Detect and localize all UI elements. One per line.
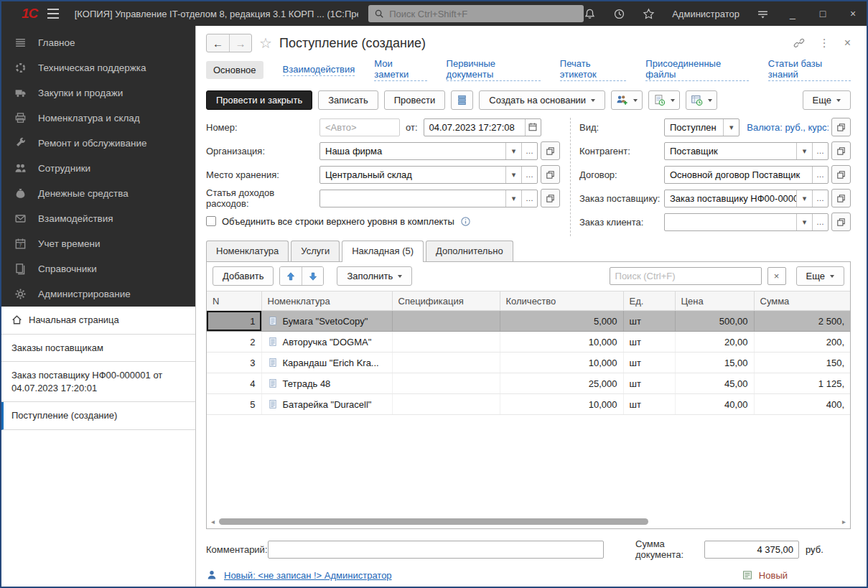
window-item-home[interactable]: Начальная страница: [1, 307, 195, 335]
col-sum[interactable]: Сумма: [754, 291, 850, 311]
tab-label-printing[interactable]: Печать этикеток: [560, 58, 627, 81]
favorites-star-icon[interactable]: [643, 8, 655, 20]
open-client-order-button[interactable]: [831, 213, 851, 231]
open-income-expense-button[interactable]: [541, 189, 560, 207]
tab-main[interactable]: Основное: [206, 61, 263, 79]
table-row[interactable]: 4 Тетрадь 48 25,000 шт 45,00 1 125,: [207, 373, 850, 394]
tab-nomenclature[interactable]: Номенклатура: [206, 241, 289, 261]
scroll-right-icon[interactable]: ▸: [839, 516, 849, 527]
horizontal-scrollbar[interactable]: ◂ ▸: [208, 516, 849, 527]
clear-search-button[interactable]: ×: [767, 267, 786, 285]
date-field[interactable]: [424, 118, 541, 136]
main-menu-icon[interactable]: [47, 9, 58, 19]
supplier-order-field[interactable]: Заказ поставщику НФ00-000001 о ▾ …: [664, 190, 829, 207]
notifications-bell-icon[interactable]: [584, 8, 596, 20]
col-nomenclature[interactable]: Номенклатура: [261, 291, 392, 311]
dropdown-icon[interactable]: ▾: [796, 214, 812, 230]
dropdown-icon[interactable]: ▾: [505, 190, 521, 207]
sidebar-item-nomenclature-warehouse[interactable]: Номенклатура и склад: [1, 106, 195, 131]
dropdown-icon[interactable]: ▾: [796, 143, 812, 159]
kind-field[interactable]: Поступлен ▾: [664, 118, 739, 136]
move-row-down-button[interactable]: [302, 267, 323, 285]
choose-icon[interactable]: …: [812, 214, 828, 230]
choose-icon[interactable]: …: [521, 167, 537, 183]
document-state-link[interactable]: Новый: <не записан !> Администратор: [224, 570, 392, 581]
storage-field[interactable]: Центральный склад ▾ …: [319, 166, 538, 184]
col-quantity[interactable]: Количество: [500, 291, 623, 311]
window-item-supplier-order-doc[interactable]: Заказ поставщику НФ00-000001 от 04.07.20…: [1, 362, 195, 402]
window-item-supplier-orders[interactable]: Заказы поставщикам: [1, 335, 195, 363]
table-more-button[interactable]: Еще: [796, 266, 844, 286]
choose-icon[interactable]: …: [521, 190, 537, 207]
number-field[interactable]: [319, 118, 400, 136]
add-row-button[interactable]: Добавить: [213, 266, 274, 286]
more-commands-icon[interactable]: ⋮: [819, 37, 830, 50]
tab-interactions[interactable]: Взаимодействия: [283, 64, 355, 76]
contract-field[interactable]: Основной договор Поставщик …: [664, 166, 829, 184]
sidebar-item-time-tracking[interactable]: Учет времени: [1, 231, 195, 256]
save-button[interactable]: Записать: [318, 90, 378, 110]
document-total-field[interactable]: 4 375,00: [704, 541, 799, 559]
post-and-close-button[interactable]: Провести и закрыть: [206, 90, 312, 110]
col-specification[interactable]: Спецификация: [392, 291, 500, 311]
open-contractor-button[interactable]: [831, 141, 851, 160]
open-organization-button[interactable]: [541, 141, 560, 160]
open-contract-button[interactable]: [831, 165, 851, 184]
sidebar-item-repair-service[interactable]: Ремонт и обслуживание: [1, 131, 195, 156]
related-events-button[interactable]: [686, 90, 717, 110]
open-supplier-order-button[interactable]: [831, 189, 851, 207]
global-search-input[interactable]: Поиск Ctrl+Shift+F: [368, 5, 584, 22]
dropdown-icon[interactable]: ▾: [505, 167, 521, 183]
organization-field[interactable]: Наша фирма ▾ …: [319, 142, 538, 160]
calendar-picker-icon[interactable]: [525, 119, 541, 136]
choose-icon[interactable]: …: [812, 190, 828, 207]
table-row[interactable]: 2 Авторучка "DOGMA" 10,000 шт 20,00 200,: [207, 332, 850, 353]
sidebar-item-purchases-sales[interactable]: Закупки и продажи: [1, 80, 195, 106]
currency-link[interactable]: Валюта: руб., курс:...: [747, 122, 829, 133]
sidebar-item-administration[interactable]: Администрирование: [1, 281, 195, 307]
get-link-icon[interactable]: [793, 37, 805, 49]
tab-services[interactable]: Услуги: [291, 241, 340, 261]
window-item-receipt-new[interactable]: Поступление (создание): [1, 402, 195, 430]
open-currency-button[interactable]: [831, 118, 851, 136]
tab-primary-documents[interactable]: Первичные документы: [447, 58, 541, 81]
income-expense-field[interactable]: ▾ …: [319, 190, 538, 207]
sidebar-item-interactions[interactable]: Взаимодействия: [1, 206, 195, 231]
col-n[interactable]: N: [207, 291, 261, 311]
create-based-on-button[interactable]: Создать на основании: [479, 90, 605, 110]
tab-knowledge-base[interactable]: Статьи базы знаний: [768, 58, 851, 81]
sidebar-item-main[interactable]: Главное: [1, 30, 195, 55]
col-unit[interactable]: Ед.: [623, 291, 675, 311]
current-user[interactable]: Администратор: [672, 9, 739, 19]
show-registers-button[interactable]: [451, 90, 473, 110]
post-button[interactable]: Провести: [384, 90, 446, 110]
table-row[interactable]: 3 Карандаш "Erich Kra... 10,000 шт 15,00…: [207, 353, 850, 373]
move-row-up-button[interactable]: [280, 267, 302, 285]
back-button[interactable]: ←: [207, 34, 229, 52]
service-menu-icon[interactable]: [757, 8, 769, 20]
tab-invoice[interactable]: Накладная (5): [342, 241, 424, 262]
sidebar-item-directories[interactable]: Справочники: [1, 256, 195, 281]
maximize-button[interactable]: □: [816, 8, 829, 19]
tab-my-notes[interactable]: Мои заметки: [374, 58, 426, 81]
scrollbar-thumb[interactable]: [219, 518, 648, 525]
choose-icon[interactable]: …: [812, 143, 828, 159]
sidebar-item-money[interactable]: Денежные средства: [1, 181, 195, 206]
tab-additional[interactable]: Дополнительно: [426, 241, 513, 261]
table-row[interactable]: 1 Бумага "SvetoCopy" 5,000 шт 500,00 2 5…: [207, 311, 850, 332]
scrollbar-track[interactable]: [218, 517, 839, 526]
create-reminder-button[interactable]: [648, 90, 680, 110]
fill-button[interactable]: Заполнить: [337, 266, 412, 286]
table-search-field[interactable]: [610, 267, 762, 285]
contractor-field[interactable]: Поставщик ▾ …: [664, 142, 829, 160]
info-icon[interactable]: [460, 216, 471, 227]
open-storage-button[interactable]: [541, 165, 560, 184]
tab-attached-files[interactable]: Присоединенные файлы: [645, 58, 748, 81]
create-interaction-button[interactable]: [611, 90, 643, 110]
dropdown-icon[interactable]: ▾: [505, 143, 521, 159]
col-price[interactable]: Цена: [675, 291, 754, 311]
merge-rows-checkbox[interactable]: [206, 216, 216, 226]
history-icon[interactable]: [613, 8, 625, 20]
forward-button[interactable]: →: [229, 34, 251, 52]
close-window-button[interactable]: ×: [846, 8, 859, 19]
